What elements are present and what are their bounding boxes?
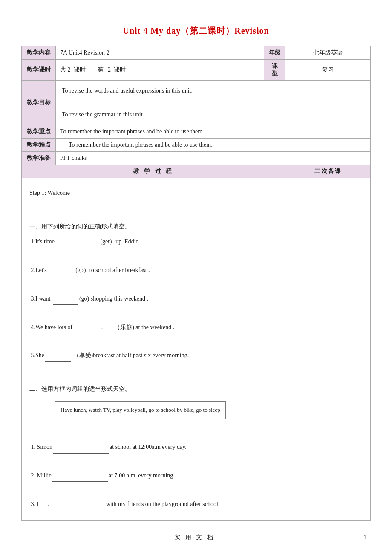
- second-prep-content: [285, 178, 370, 520]
- exercise-1-3: 3.I want (go) shopping this weekend .: [29, 292, 277, 305]
- table-row-content: 教学内容 7A Unit4 Revision 2 年级 七年级英语: [22, 46, 371, 60]
- blank-spacer-8: [29, 455, 277, 468]
- top-divider: [21, 17, 371, 17]
- blank-1-1: [57, 248, 99, 248]
- blank-2-3b: [50, 510, 105, 510]
- blank-2-2: [52, 481, 108, 482]
- blank-spacer-9: [29, 483, 277, 496]
- grade-value-cell: 七年级英语: [285, 46, 371, 60]
- current-hour: 2: [107, 66, 112, 73]
- blank-spacer-7: [29, 427, 277, 439]
- second-prep-cell: 二次备课: [285, 165, 371, 178]
- header-cell-prep: 教学准备: [22, 152, 56, 165]
- total-hours: 2: [66, 66, 72, 73]
- blank-1-3: [53, 304, 78, 305]
- content-cell-content: 7A Unit4 Revision 2: [56, 46, 264, 60]
- type-value-cell: 复习: [285, 60, 371, 81]
- blank-1-4b: [103, 333, 111, 333]
- table-row-process-header: 教 学 过 程 二次备课: [22, 165, 371, 178]
- blank-spacer-2: [29, 250, 277, 262]
- type-label-cell: 课 型: [264, 60, 285, 81]
- goal-line-2: [62, 97, 364, 109]
- process-header-cell: 教 学 过 程: [22, 165, 285, 178]
- header-cell-hours: 教学课时: [22, 60, 56, 81]
- header-cell-focus: 教学重点: [22, 125, 56, 139]
- step1-label: Step 1: Welcome: [29, 187, 277, 199]
- blank-1-4a: [75, 333, 101, 333]
- table-row-goals: 教学目标 To revise the words and useful expr…: [22, 81, 371, 125]
- footer: 实 用 文 档 1: [21, 534, 371, 541]
- grade-label-cell: 年级: [264, 46, 285, 60]
- section1-title: 一、用下列所给的词的正确形式填空。: [29, 220, 277, 233]
- exercise-1-2: 2.Let's (go）to school after breakfast .: [29, 264, 277, 276]
- goal-line-3: To revise the grammar in this unit..: [62, 109, 364, 121]
- content-cell-focus: To remember the important phrases and be…: [56, 125, 371, 139]
- fill-box: Have lunch, watch TV, play volleyball, g…: [55, 401, 226, 419]
- goal-line-1: To revise the words and useful expressio…: [62, 85, 364, 97]
- content-cell-difficulty: To remember the important phrases and be…: [56, 139, 371, 152]
- content-cell-hours: 共 2 课时 第 2 课时: [56, 60, 264, 81]
- blank-spacer-3: [29, 278, 277, 290]
- footer-page-num: 1: [363, 534, 366, 541]
- header-cell-content: 教学内容: [22, 46, 56, 60]
- blank-spacer-6: [29, 366, 277, 379]
- exercise-2-1: 1. Simonat school at 12:00a.m every day.: [29, 441, 277, 453]
- blank-1-5: [45, 361, 71, 362]
- blank-2-1: [53, 453, 109, 454]
- content-cell-prep: PPT chalks: [56, 152, 371, 165]
- blank-spacer-4: [29, 306, 277, 319]
- exercise-2-2: 2. Millieat 7:00 a.m. every morning.: [29, 469, 277, 482]
- main-layout: Step 1: Welcome 一、用下列所给的词的正确形式填空。 1.It's…: [21, 178, 371, 521]
- footer-center: 实 用 文 档: [174, 534, 215, 541]
- page-title: Unit 4 My day（第二课时）Revision: [21, 25, 371, 37]
- exercise-1-5: 5.She （享受)breakfast at half past six eve…: [29, 349, 277, 361]
- exercise-1-1: 1.It's time (get）up ,Eddie .: [29, 235, 277, 248]
- header-cell-difficulty: 教学难点: [22, 139, 56, 152]
- info-table: 教学内容 7A Unit4 Revision 2 年级 七年级英语 教学课时 共…: [21, 46, 371, 178]
- exercise-1-4: 4.We have lots of . （乐趣) at the weekend …: [29, 321, 277, 333]
- main-content-left: Step 1: Welcome 一、用下列所给的词的正确形式填空。 1.It's…: [22, 178, 285, 520]
- content-cell-goals: To revise the words and useful expressio…: [56, 81, 371, 125]
- blank-spacer-1: [29, 203, 277, 216]
- section2-title: 二、选用方框内词组的适当形式天空。: [29, 383, 277, 395]
- blank-1-2: [49, 276, 75, 276]
- table-row-prep: 教学准备 PPT chalks: [22, 152, 371, 165]
- blank-spacer-5: [29, 335, 277, 347]
- table-row-hours: 教学课时 共 2 课时 第 2 课时 课 型 复习: [22, 60, 371, 81]
- fill-box-container: Have lunch, watch TV, play volleyball, g…: [42, 398, 277, 422]
- header-cell-goals: 教学目标: [22, 81, 56, 125]
- exercise-2-3: 3. I.with my friends on the playground a…: [29, 498, 277, 510]
- blank-2-3a: [39, 510, 47, 510]
- table-row-focus: 教学重点 To remember the important phrases a…: [22, 125, 371, 139]
- difficulty-text: To remember the important phrases and be…: [69, 142, 213, 148]
- table-row-difficulty: 教学难点 To remember the important phrases a…: [22, 139, 371, 152]
